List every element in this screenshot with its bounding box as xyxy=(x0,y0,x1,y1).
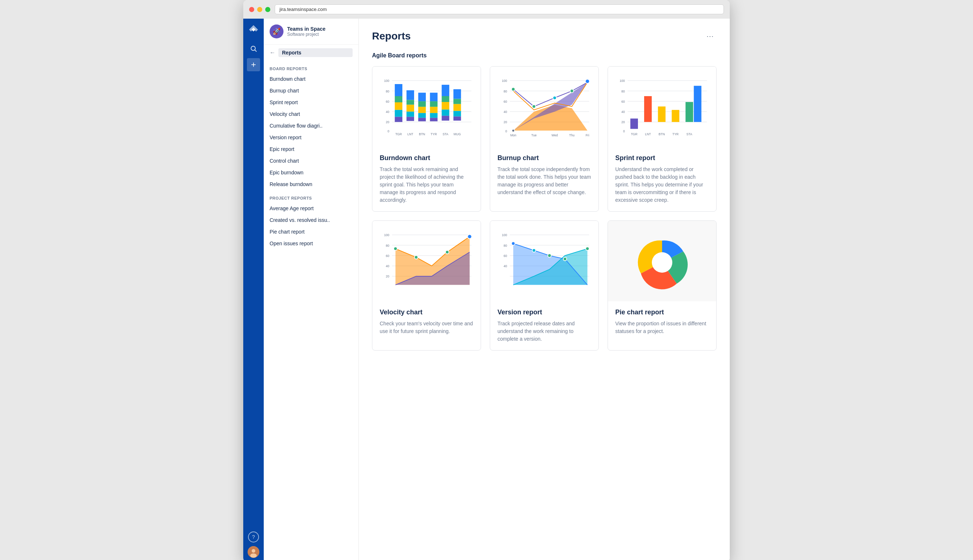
velocity-chart: 100 80 60 40 20 xyxy=(372,221,481,301)
svg-point-67 xyxy=(512,87,515,91)
sidebar-item-cumulative[interactable]: Cumulative flow diagri.. xyxy=(264,120,358,132)
svg-rect-25 xyxy=(406,105,414,112)
svg-text:20: 20 xyxy=(386,275,390,278)
svg-text:100: 100 xyxy=(620,79,625,83)
svg-rect-32 xyxy=(418,118,426,121)
board-reports-list: Burndown chart Burnup chart Sprint repor… xyxy=(264,73,358,190)
browser-chrome: jira.teamsinspace.com xyxy=(243,0,730,18)
board-reports-section: BOARD REPORTS xyxy=(264,61,358,73)
svg-rect-34 xyxy=(430,101,438,107)
sidebar-item-control[interactable]: Control chart xyxy=(264,155,358,167)
svg-text:80: 80 xyxy=(622,90,625,93)
svg-point-70 xyxy=(570,89,573,92)
project-name: Teams in Space xyxy=(287,26,326,32)
svg-rect-40 xyxy=(441,102,449,110)
sidebar-item-version[interactable]: Version report xyxy=(264,132,358,143)
page-title: Reports xyxy=(372,30,411,42)
more-options-button[interactable]: ⋯ xyxy=(704,30,717,42)
svg-rect-46 xyxy=(453,111,461,117)
sidebar-item-releaseburndown[interactable]: Release burndown xyxy=(264,178,358,190)
svg-text:100: 100 xyxy=(502,233,507,237)
burnup-card-body: Burnup chart Track the total scope indep… xyxy=(490,147,599,203)
sidebar-item-burnup[interactable]: Burnup chart xyxy=(264,85,358,97)
sidebar-item-epicburndown[interactable]: Epic burndown xyxy=(264,167,358,178)
burnup-card[interactable]: 100 80 60 40 20 0 xyxy=(490,66,599,212)
svg-point-69 xyxy=(553,96,557,100)
sidebar-item-avgage[interactable]: Average Age report xyxy=(264,203,358,214)
pie-card[interactable]: Pie chart report View the proportion of … xyxy=(608,220,717,350)
svg-text:20: 20 xyxy=(622,120,625,124)
svg-text:TGR: TGR xyxy=(395,132,402,136)
svg-text:40: 40 xyxy=(504,264,507,268)
search-icon[interactable] xyxy=(247,42,260,55)
svg-rect-45 xyxy=(453,104,461,111)
svg-rect-36 xyxy=(430,113,438,118)
velocity-card[interactable]: 100 80 60 40 20 xyxy=(372,220,481,350)
version-card[interactable]: 100 80 60 40 xyxy=(490,220,599,350)
svg-rect-29 xyxy=(418,101,426,107)
project-reports-section: PROJECT REPORTS xyxy=(264,190,358,203)
svg-point-68 xyxy=(532,105,535,108)
svg-text:40: 40 xyxy=(386,110,390,114)
sidebar-item-velocity[interactable]: Velocity chart xyxy=(264,108,358,120)
svg-rect-26 xyxy=(406,112,414,117)
svg-text:80: 80 xyxy=(386,90,390,93)
burndown-title: Burndown chart xyxy=(380,154,473,162)
svg-text:0: 0 xyxy=(387,129,389,133)
svg-rect-20 xyxy=(395,102,402,110)
sidebar-item-burndown[interactable]: Burndown chart xyxy=(264,73,358,85)
burndown-card-body: Burndown chart Track the total work rema… xyxy=(372,147,481,211)
svg-point-115 xyxy=(468,235,471,239)
velocity-desc: Check your team's velocity over time and… xyxy=(380,320,473,335)
icon-bar: ? xyxy=(243,18,264,560)
svg-rect-30 xyxy=(418,107,426,113)
svg-rect-43 xyxy=(453,89,461,99)
user-avatar[interactable] xyxy=(247,546,259,558)
svg-rect-27 xyxy=(406,117,414,121)
svg-text:20: 20 xyxy=(504,120,507,124)
sidebar-item-createdresolved[interactable]: Created vs. resolved issu.. xyxy=(264,214,358,226)
svg-text:0: 0 xyxy=(505,129,507,133)
maximize-button[interactable] xyxy=(265,7,270,12)
burndown-card[interactable]: 100 80 60 40 20 0 xyxy=(372,66,481,212)
svg-text:BTN: BTN xyxy=(419,132,425,136)
svg-text:100: 100 xyxy=(502,79,507,83)
svg-point-127 xyxy=(512,242,515,245)
svg-point-72 xyxy=(512,129,515,132)
svg-text:Mon: Mon xyxy=(510,133,517,137)
svg-line-1 xyxy=(255,50,257,52)
sprint-title: Sprint report xyxy=(615,154,709,162)
jira-logo[interactable] xyxy=(247,23,260,36)
close-button[interactable] xyxy=(249,7,254,12)
address-bar[interactable]: jira.teamsinspace.com xyxy=(275,4,724,14)
svg-text:BTN: BTN xyxy=(659,132,665,136)
sidebar-item-openissues[interactable]: Open issues report xyxy=(264,238,358,249)
svg-rect-92 xyxy=(672,110,679,122)
sidebar-back[interactable]: ← Reports xyxy=(264,45,358,61)
minimize-button[interactable] xyxy=(257,7,262,12)
sidebar-item-epic[interactable]: Epic report xyxy=(264,143,358,155)
traffic-lights xyxy=(249,7,270,12)
velocity-card-body: Velocity chart Check your team's velocit… xyxy=(372,301,481,343)
svg-point-112 xyxy=(394,247,397,250)
svg-rect-19 xyxy=(395,96,402,102)
svg-rect-91 xyxy=(658,107,666,122)
help-icon[interactable]: ? xyxy=(248,532,259,542)
svg-text:20: 20 xyxy=(386,120,390,124)
svg-text:60: 60 xyxy=(504,254,507,258)
version-desc: Track projected release dates and unders… xyxy=(498,320,591,343)
sidebar-item-sprint[interactable]: Sprint report xyxy=(264,97,358,108)
svg-rect-38 xyxy=(441,85,449,96)
svg-point-6 xyxy=(250,553,257,558)
create-button[interactable] xyxy=(247,58,260,71)
project-reports-list: Average Age report Created vs. resolved … xyxy=(264,203,358,249)
svg-text:100: 100 xyxy=(384,233,389,237)
svg-rect-93 xyxy=(685,102,693,122)
project-header: 🚀 Teams in Space Software project xyxy=(264,18,358,45)
svg-text:Tue: Tue xyxy=(532,133,537,137)
svg-point-129 xyxy=(548,254,551,257)
sprint-card[interactable]: 100 80 60 40 20 0 xyxy=(608,66,717,212)
svg-text:60: 60 xyxy=(622,100,625,103)
version-card-body: Version report Track projected release d… xyxy=(490,301,599,350)
sidebar-item-piechart[interactable]: Pie chart report xyxy=(264,226,358,238)
